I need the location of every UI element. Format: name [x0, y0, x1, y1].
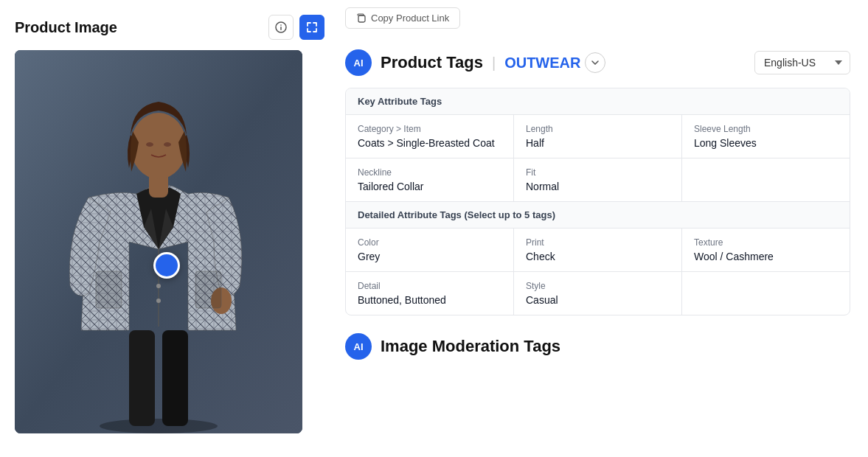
info-button[interactable] [268, 15, 294, 40]
copy-icon [356, 13, 367, 24]
table-cell-neckline: Neckline Tailored Collar [346, 158, 514, 201]
table-cell-empty2 [682, 272, 850, 315]
info-icon [275, 21, 287, 33]
cell-value-fit: Normal [526, 181, 670, 192]
zoom-dot[interactable] [153, 252, 180, 279]
detailed-attribute-header: Detailed Attribute Tags (Select up to 5 … [346, 202, 850, 228]
svg-rect-22 [195, 271, 221, 308]
table-cell-detail: Detail Buttoned, Buttoned [346, 272, 514, 315]
divider: | [492, 55, 496, 71]
table-cell-texture: Texture Wool / Cashmere [682, 228, 850, 271]
svg-point-14 [156, 284, 161, 288]
product-image-header: Product Image [15, 15, 324, 40]
svg-point-18 [131, 113, 187, 179]
cell-label-color: Color [358, 237, 501, 248]
product-tags-header: AI Product Tags | OUTWEAR English-US Eng… [345, 49, 850, 76]
svg-point-9 [100, 419, 218, 433]
image-actions [268, 15, 324, 40]
svg-rect-21 [96, 271, 122, 308]
tags-table: Key Attribute Tags Category > Item Coats… [345, 88, 850, 315]
key-attribute-header: Key Attribute Tags [346, 88, 850, 115]
cell-value-neckline: Tailored Collar [358, 181, 501, 192]
expand-button[interactable] [299, 15, 324, 40]
coat-figure-svg [15, 50, 302, 433]
table-cell-empty1 [682, 158, 850, 201]
svg-point-15 [156, 299, 161, 303]
table-row: Neckline Tailored Collar Fit Normal [346, 158, 850, 202]
right-panel: Copy Product Link AI Product Tags | OUTW… [339, 0, 868, 457]
cell-value-length: Half [526, 137, 670, 149]
ai-badge-moderation: AI [345, 333, 372, 360]
cell-value-category: Coats > Single-Breasted Coat [358, 137, 501, 149]
cell-value-detail: Buttoned, Buttoned [358, 294, 501, 306]
cell-label-neckline: Neckline [358, 167, 501, 178]
product-image-title: Product Image [15, 19, 117, 36]
image-moderation-title: Image Moderation Tags [381, 337, 560, 356]
cell-value-style: Casual [526, 294, 670, 306]
table-cell-print: Print Check [514, 228, 682, 271]
outwear-tag: OUTWEAR [504, 52, 605, 73]
svg-rect-10 [129, 330, 155, 426]
expand-icon [306, 21, 318, 33]
left-panel: Product Image [0, 0, 339, 457]
svg-point-19 [146, 142, 153, 147]
cell-label-length: Length [526, 124, 670, 134]
cell-label-print: Print [526, 237, 670, 248]
cell-label-fit: Fit [526, 167, 670, 178]
table-cell-color: Color Grey [346, 228, 514, 271]
product-image-container [15, 50, 302, 433]
svg-rect-1 [280, 27, 282, 30]
cell-value-print: Check [526, 251, 670, 262]
cell-label-category: Category > Item [358, 124, 501, 134]
cell-value-sleeve-length: Long Sleeves [694, 137, 838, 149]
table-row: Color Grey Print Check Texture Wool / Ca… [346, 228, 850, 272]
product-tags-title: Product Tags [381, 53, 483, 72]
cell-label-sleeve-length: Sleeve Length [694, 124, 838, 134]
svg-rect-23 [358, 15, 365, 22]
table-cell-sleeve-length: Sleeve Length Long Sleeves [682, 115, 850, 158]
table-cell-style: Style Casual [514, 272, 682, 315]
table-row: Category > Item Coats > Single-Breasted … [346, 115, 850, 158]
outwear-dropdown-button[interactable] [585, 52, 605, 73]
svg-point-20 [164, 142, 171, 147]
svg-rect-11 [162, 330, 188, 426]
table-cell-fit: Fit Normal [514, 158, 682, 201]
cell-label-detail: Detail [358, 281, 501, 291]
language-select[interactable]: English-US English-UK French German [754, 51, 850, 74]
cell-value-color: Grey [358, 251, 501, 262]
copy-link-button[interactable]: Copy Product Link [345, 7, 460, 29]
product-image-placeholder [15, 50, 302, 433]
image-moderation-header: AI Image Moderation Tags [345, 333, 850, 360]
svg-point-2 [280, 24, 282, 26]
cell-value-texture: Wool / Cashmere [694, 251, 838, 262]
table-cell-length: Length Half [514, 115, 682, 158]
outwear-label: OUTWEAR [504, 55, 580, 71]
ai-badge: AI [345, 49, 372, 76]
chevron-down-icon [591, 60, 599, 65]
cell-label-style: Style [526, 281, 670, 291]
cell-label-texture: Texture [694, 237, 838, 248]
table-cell-category: Category > Item Coats > Single-Breasted … [346, 115, 514, 158]
table-row: Detail Buttoned, Buttoned Style Casual [346, 272, 850, 315]
